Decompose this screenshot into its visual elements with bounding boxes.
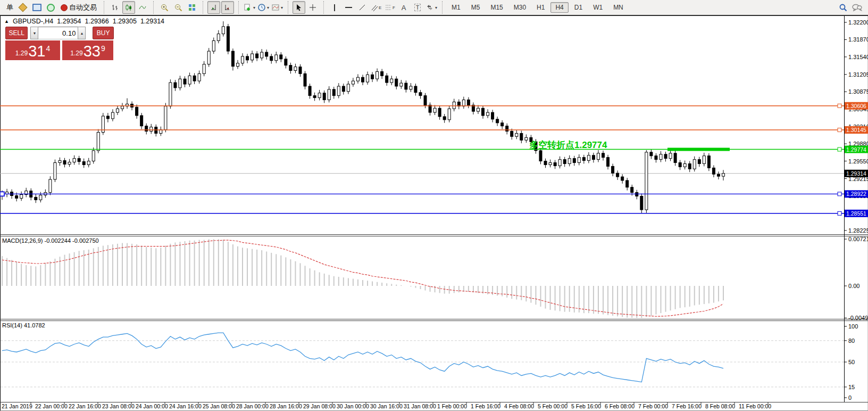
- mt4-window: 单 自动交易: [0, 0, 868, 411]
- svg-text:28 Jan 16:00: 28 Jan 16:00: [270, 403, 302, 409]
- svg-text:6 Feb 08:00: 6 Feb 08:00: [605, 403, 635, 409]
- svg-text:25 Jan 08:00: 25 Jan 08:00: [203, 403, 235, 409]
- trade-panel-prices: 1.29 31 4 1.29 33 9: [5, 40, 114, 60]
- sell-button[interactable]: SELL: [5, 27, 28, 39]
- ohlc-low: 1.29305: [113, 18, 137, 25]
- svg-text:7 Feb 00:00: 7 Feb 00:00: [638, 403, 668, 409]
- svg-text:1.30875: 1.30875: [848, 88, 868, 95]
- svg-text:28 Jan 00:00: 28 Jan 00:00: [236, 403, 269, 409]
- svg-text:1 Feb 16:00: 1 Feb 16:00: [471, 403, 500, 409]
- symbol-name: GBPUSD-,H4: [13, 18, 53, 25]
- svg-text:31 Jan 08:00: 31 Jan 08:00: [404, 403, 436, 409]
- sell-button-label: SELL: [9, 29, 24, 37]
- svg-text:23 Jan 08:00: 23 Jan 08:00: [102, 403, 135, 409]
- volume-down-button[interactable]: ▼: [30, 27, 38, 39]
- macd-indicator-label: MACD(12,26,9) -0.002244 -0.002750: [2, 237, 99, 244]
- svg-text:30 Jan 16:00: 30 Jan 16:00: [370, 403, 403, 409]
- svg-text:5 Feb 00:00: 5 Feb 00:00: [538, 403, 567, 409]
- svg-text:29 Jan 08:00: 29 Jan 08:00: [303, 403, 336, 409]
- buy-price-big: 33: [84, 44, 101, 59]
- svg-text:1.32200: 1.32200: [848, 19, 868, 26]
- sell-price-small: 1.29: [15, 50, 28, 57]
- buy-button-label: BUY: [97, 29, 110, 37]
- macd-layer: [2, 239, 723, 318]
- volume-up-button[interactable]: ▲: [78, 27, 86, 39]
- chart-canvas[interactable]: 1.322001.318701.315401.312051.308751.305…: [0, 0, 868, 411]
- volume-input[interactable]: [38, 27, 78, 39]
- date-axis-layer: 21 Jan 201922 Jan 00:0022 Jan 16:0023 Ja…: [2, 402, 771, 409]
- ohlc-open: 1.29354: [57, 18, 81, 25]
- trade-panel-controls: SELL ▼ ▲ BUY: [5, 27, 114, 39]
- svg-text:1.29550: 1.29550: [848, 158, 868, 165]
- svg-text:1.31205: 1.31205: [848, 71, 868, 78]
- svg-text:1.28225: 1.28225: [848, 227, 868, 234]
- svg-text:80: 80: [848, 338, 855, 344]
- svg-text:30 Jan 00:00: 30 Jan 00:00: [337, 403, 369, 409]
- svg-text:1.30145: 1.30145: [846, 127, 866, 133]
- svg-text:1.30606: 1.30606: [846, 103, 866, 109]
- svg-text:7 Feb 16:00: 7 Feb 16:00: [672, 403, 702, 409]
- svg-text:1.31870: 1.31870: [848, 36, 868, 43]
- svg-text:1.29314: 1.29314: [846, 170, 866, 177]
- rsi-line: [2, 333, 723, 382]
- svg-text:22 Jan 00:00: 22 Jan 00:00: [35, 403, 68, 409]
- svg-text:5 Feb 16:00: 5 Feb 16:00: [571, 403, 601, 409]
- sell-price-big: 31: [28, 44, 45, 59]
- svg-text:21 Jan 2019: 21 Jan 2019: [2, 403, 32, 409]
- svg-text:0: 0: [848, 394, 852, 401]
- svg-text:0.007216: 0.007216: [848, 236, 868, 242]
- svg-text:1 Feb 00:00: 1 Feb 00:00: [437, 403, 467, 409]
- ohlc-close: 1.29314: [140, 18, 164, 25]
- svg-text:50: 50: [848, 359, 855, 365]
- svg-text:22 Jan 16:00: 22 Jan 16:00: [69, 403, 101, 409]
- buy-price-display[interactable]: 1.29 33 9: [62, 40, 113, 60]
- ohlc-high: 1.29366: [85, 18, 109, 25]
- sell-price-sup: 4: [46, 44, 50, 53]
- svg-text:4 Feb 08:00: 4 Feb 08:00: [504, 403, 534, 409]
- svg-text:0.00: 0.00: [848, 283, 859, 289]
- collapse-panel-icon[interactable]: ▲: [4, 19, 9, 24]
- svg-text:1.29774: 1.29774: [846, 146, 866, 153]
- pivot-annotation-text[interactable]: 多空转折点1.29774: [529, 139, 607, 151]
- sell-price-display[interactable]: 1.29 31 4: [5, 40, 60, 60]
- buy-price-sup: 9: [101, 44, 105, 53]
- buy-button[interactable]: BUY: [93, 27, 114, 39]
- hlines-layer: [0, 104, 844, 215]
- svg-text:24 Jan 16:00: 24 Jan 16:00: [169, 403, 202, 409]
- svg-text:1.28551: 1.28551: [846, 210, 866, 217]
- volume-stepper: ▼ ▲: [30, 27, 86, 39]
- svg-text:15: 15: [848, 384, 855, 390]
- svg-text:1.31540: 1.31540: [848, 54, 868, 60]
- svg-text:11 Feb 00:00: 11 Feb 00:00: [739, 403, 771, 409]
- svg-text:1.28922: 1.28922: [846, 191, 866, 197]
- svg-text:-0.004943: -0.004943: [848, 315, 868, 321]
- symbol-info-line: ▲ GBPUSD-,H4 1.29354 1.29366 1.29305 1.2…: [4, 18, 164, 25]
- svg-text:100: 100: [848, 323, 858, 330]
- rsi-indicator-label: RSI(14) 41.0782: [2, 322, 45, 328]
- one-click-trade-panel: SELL ▼ ▲ BUY 1.29 31 4 1.29 33 9: [5, 27, 114, 60]
- svg-text:8 Feb 08:00: 8 Feb 08:00: [705, 403, 735, 409]
- buy-price-small: 1.29: [70, 50, 82, 57]
- svg-text:24 Jan 00:00: 24 Jan 00:00: [136, 403, 168, 409]
